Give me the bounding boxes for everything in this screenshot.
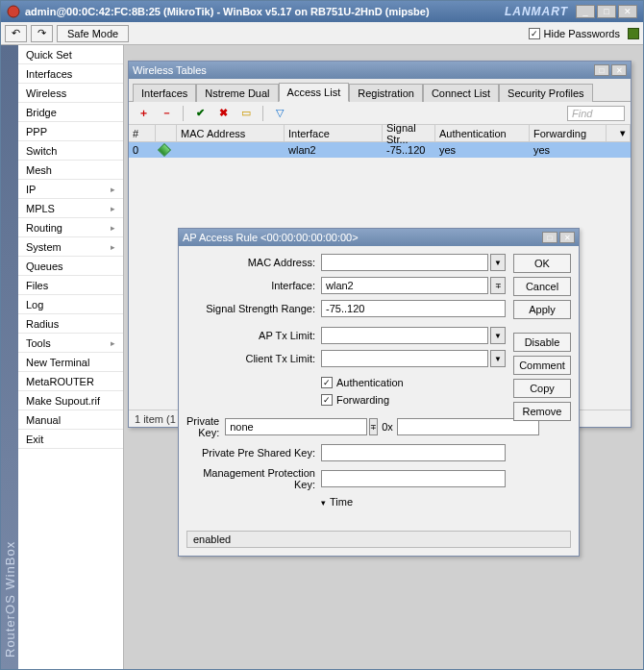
menu-item-ip[interactable]: IP <box>18 180 123 199</box>
app-icon <box>7 5 20 18</box>
column-header[interactable]: # <box>129 125 156 141</box>
wireless-tables-titlebar[interactable]: Wireless Tables □ ✕ <box>129 62 631 79</box>
filter-icon[interactable]: ▽ <box>271 105 288 122</box>
tab-registration[interactable]: Registration <box>349 84 423 102</box>
mac-address-input[interactable] <box>321 254 488 271</box>
disable-icon[interactable]: ✖ <box>214 105 232 122</box>
menu-item-files[interactable]: Files <box>18 276 123 295</box>
logo-text: LANMART <box>505 5 568 18</box>
ap-maximize-button[interactable]: □ <box>542 232 557 243</box>
ap-close-button[interactable]: ✕ <box>559 232 575 243</box>
tab-connect-list[interactable]: Connect List <box>423 84 499 102</box>
menu-item-switch[interactable]: Switch <box>18 141 123 161</box>
client-tx-label: Client Tx Limit: <box>186 353 321 364</box>
menu-item-new-terminal[interactable]: New Terminal <box>18 353 123 372</box>
close-button[interactable]: ✕ <box>618 5 637 18</box>
remove-icon[interactable]: － <box>158 105 175 122</box>
menu-item-log[interactable]: Log <box>18 295 123 314</box>
remove-button[interactable]: Remove <box>513 402 571 421</box>
maximize-button[interactable]: □ <box>597 5 616 18</box>
cancel-button[interactable]: Cancel <box>513 277 571 296</box>
mpk-input[interactable] <box>321 470 506 487</box>
copy-button[interactable]: Copy <box>513 379 571 398</box>
minimize-button[interactable]: _ <box>576 5 595 18</box>
menu-item-mesh[interactable]: Mesh <box>18 161 123 180</box>
tab-interfaces[interactable]: Interfaces <box>133 84 196 102</box>
ap-tx-dropdown-icon[interactable]: ▼ <box>490 327 506 344</box>
side-brand-label: RouterOS WinBox <box>1 45 18 669</box>
ap-rule-buttons: OKCancelApplyDisableCommentCopyRemove <box>513 254 571 421</box>
comment-button[interactable]: Comment <box>513 356 571 375</box>
private-key-label: Private Key: <box>186 415 225 438</box>
ap-tx-label: AP Tx Limit: <box>186 330 321 341</box>
ap-rule-title: AP Access Rule <00:00:00:00:00:00> <box>183 232 359 243</box>
column-header[interactable] <box>156 125 177 141</box>
menu-item-ppp[interactable]: PPP <box>18 122 123 141</box>
redo-button[interactable]: ↷ <box>31 25 53 42</box>
tab-nstreme-dual[interactable]: Nstreme Dual <box>196 84 278 102</box>
column-header[interactable]: MAC Address <box>177 125 285 141</box>
rule-enabled-icon <box>158 143 171 157</box>
client-tx-input[interactable] <box>321 350 488 367</box>
wt-maximize-button[interactable]: □ <box>594 64 609 76</box>
signal-range-input[interactable] <box>321 300 506 317</box>
signal-range-label: Signal Strength Range: <box>186 303 321 314</box>
table-row[interactable]: 0wlan2-75..120yesyes <box>129 142 631 158</box>
menu-item-quick-set[interactable]: Quick Set <box>18 45 123 64</box>
menu-item-system[interactable]: System <box>18 237 123 257</box>
table-cell: -75..120 <box>383 142 435 158</box>
menu-item-make-supout-rif[interactable]: Make Supout.rif <box>18 391 123 410</box>
menu-item-manual[interactable]: Manual <box>18 410 123 430</box>
ap-tx-input[interactable] <box>321 327 488 344</box>
mac-dropdown-icon[interactable]: ▼ <box>490 254 506 271</box>
undo-button[interactable]: ↶ <box>5 25 27 42</box>
find-input[interactable]: Find <box>567 106 625 121</box>
column-menu-icon[interactable]: ▾ <box>607 125 631 141</box>
window-title: admin@00:0C:42:FC:8B:25 (MikroTik) - Win… <box>25 6 505 17</box>
authentication-checkbox[interactable]: ✓Authentication <box>321 377 404 388</box>
ok-button[interactable]: OK <box>513 254 571 273</box>
time-section-toggle[interactable]: Time <box>321 496 353 508</box>
table-cell: yes <box>435 142 530 158</box>
menu-item-interfaces[interactable]: Interfaces <box>18 64 123 84</box>
menu-item-routing[interactable]: Routing <box>18 218 123 237</box>
menu-item-bridge[interactable]: Bridge <box>18 103 123 122</box>
menu-item-exit[interactable]: Exit <box>18 430 123 449</box>
table-cell <box>156 142 177 158</box>
safe-mode-button[interactable]: Safe Mode <box>57 25 129 42</box>
interface-dropdown-icon[interactable]: ∓ <box>490 277 506 294</box>
svg-point-0 <box>8 6 19 17</box>
menu-item-mpls[interactable]: MPLS <box>18 199 123 218</box>
wt-close-button[interactable]: ✕ <box>611 64 627 76</box>
private-key-select[interactable] <box>225 418 367 435</box>
apply-button[interactable]: Apply <box>513 300 571 319</box>
disable-button[interactable]: Disable <box>513 333 571 352</box>
enable-icon[interactable]: ✔ <box>191 105 209 122</box>
ap-rule-titlebar[interactable]: AP Access Rule <00:00:00:00:00:00> □ ✕ <box>179 229 579 246</box>
column-header[interactable]: Authentication <box>435 125 530 141</box>
hide-passwords-checkbox[interactable]: ✓ Hide Passwords <box>529 28 620 39</box>
private-key-dropdown-icon[interactable]: ∓ <box>369 418 378 435</box>
mpk-label: Management Protection Key: <box>186 467 321 490</box>
menu-item-metarouter[interactable]: MetaROUTER <box>18 372 123 391</box>
tab-access-list[interactable]: Access List <box>279 83 350 102</box>
menu-item-tools[interactable]: Tools <box>18 334 123 353</box>
table-cell: wlan2 <box>285 142 383 158</box>
menu-item-wireless[interactable]: Wireless <box>18 84 123 103</box>
menu-item-radius[interactable]: Radius <box>18 314 123 334</box>
comment-icon[interactable]: ▭ <box>237 105 255 122</box>
forwarding-checkbox[interactable]: ✓Forwarding <box>321 394 389 406</box>
grid-header: #MAC AddressInterfaceSignal Str...Authen… <box>129 125 631 142</box>
table-cell <box>177 142 285 158</box>
column-header[interactable]: Interface <box>285 125 383 141</box>
client-tx-dropdown-icon[interactable]: ▼ <box>490 350 506 367</box>
add-icon[interactable]: ＋ <box>135 105 152 122</box>
tab-security-profiles[interactable]: Security Profiles <box>499 84 592 102</box>
interface-input[interactable] <box>321 277 488 294</box>
wireless-tables-tabs: InterfacesNstreme DualAccess ListRegistr… <box>129 79 631 102</box>
status-led-icon <box>628 28 639 39</box>
column-header[interactable]: Forwarding <box>530 125 607 141</box>
column-header[interactable]: Signal Str... <box>383 125 435 141</box>
ppsk-input[interactable] <box>321 444 506 461</box>
menu-item-queues[interactable]: Queues <box>18 257 123 276</box>
